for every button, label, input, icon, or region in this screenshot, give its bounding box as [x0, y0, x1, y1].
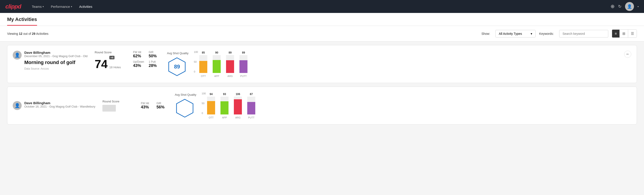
gir-stat: GIR 56% — [156, 102, 168, 110]
quality-score: 89 — [174, 64, 180, 70]
view-toggle-list-detailed[interactable]: ≡ — [612, 30, 620, 38]
bar-app-2: 93 APP — [220, 92, 228, 119]
oneputt-stat: 1 Putt 28% — [148, 60, 160, 68]
score-number: 74 — [94, 58, 108, 70]
updown-value: 43% — [133, 63, 144, 68]
bars-1: 85 OTT 90 APP — [199, 51, 248, 78]
activities-container: 👤 Dave Billingham December 05, 2021 - Go… — [0, 45, 644, 134]
keywords-label: Keywords: — [539, 32, 554, 36]
avg-shot-quality-label: Avg Shot Quality — [175, 93, 196, 96]
bar-putt-2: 87 PUTT — [247, 92, 255, 119]
quality-section-2: Avg Shot Quality 100 50 0 94 — [175, 92, 260, 119]
bar-ott-2: 94 OTT — [207, 92, 215, 119]
score-section-1: Round Score 74 +4 18 Holes — [94, 51, 126, 70]
svg-marker-1 — [176, 99, 193, 117]
card-user-name: Dave Billingham — [24, 51, 88, 54]
updown-stat: Up/Down 43% — [133, 60, 144, 68]
bar-fill-arg — [226, 60, 234, 73]
score-holes: 18 Holes — [109, 66, 121, 69]
avatar: 👤 — [13, 101, 22, 110]
fw-hit-stat: FW Hit 43% — [141, 102, 152, 110]
hexagon-svg-2 — [175, 98, 195, 118]
bar-fill-app — [213, 60, 221, 73]
view-toggle-list-compact[interactable]: ☰ — [628, 30, 637, 38]
hexagon-1: 89 — [167, 57, 187, 77]
gir-label: GIR — [148, 51, 160, 54]
quality-section-1: Avg Shot Quality 89 100 50 0 — [167, 51, 252, 78]
search-input[interactable] — [559, 30, 608, 38]
fw-hit-label: FW Hit — [141, 102, 152, 105]
gir-value: 56% — [156, 105, 168, 110]
card-activity-title[interactable]: Morning round of golf — [24, 60, 88, 65]
bar-fill-ott — [199, 61, 207, 73]
nav-right: ⊕ ↻ 👤 ▾ — [610, 2, 639, 11]
card-data-source: Data Source: Arccos — [24, 67, 88, 70]
filter-bar: Viewing 12 out of 29 Activities Show: Al… — [0, 26, 644, 42]
round-score-label: Round Score — [102, 100, 134, 103]
bar-arg: 89 ARG — [226, 51, 234, 78]
edit-icon[interactable]: ✏ — [624, 51, 631, 58]
nav-item-activities[interactable]: Activities — [79, 5, 92, 8]
fw-hit-value: 43% — [141, 105, 152, 110]
bar-fill-putt-2 — [247, 102, 255, 114]
hexagon-2 — [175, 98, 195, 118]
teams-chevron-icon: ▾ — [42, 5, 44, 8]
bar-chart-1: 100 50 0 85 OTT — [194, 51, 248, 78]
card-meta-2: Dave Billingham October 16, 2021 - Gog M… — [24, 101, 95, 110]
viewing-count-text: Viewing 12 out of 29 Activities — [7, 32, 48, 36]
user-icon: 👤 — [14, 103, 20, 108]
add-icon[interactable]: ⊕ — [610, 4, 614, 9]
fw-hit-label: FW Hit — [133, 51, 144, 54]
avg-shot-quality-label: Avg Shot Quality — [167, 52, 188, 55]
stats-section-1: FW Hit 62% GIR 50% Up/Down 43% 1 Putt 28… — [133, 51, 160, 68]
score-display: 74 +4 18 Holes — [94, 56, 126, 70]
avatar[interactable]: 👤 — [625, 2, 634, 11]
user-icon: 👤 — [14, 52, 20, 58]
score-badge: +4 — [109, 56, 114, 59]
view-toggle-grid[interactable]: ⊞ — [620, 30, 628, 38]
activity-type-chevron-icon: ▾ — [531, 32, 532, 36]
page-header: My Activities — [0, 13, 644, 26]
viewing-total: 29 — [32, 32, 36, 36]
bar-fill-app-2 — [220, 101, 228, 114]
activity-type-value: All Activity Types — [499, 32, 522, 36]
score-placeholder — [102, 105, 116, 112]
bar-arg-2: 106 ARG — [234, 92, 242, 119]
performance-chevron-icon: ▾ — [71, 5, 72, 8]
fw-hit-stat: FW Hit 62% — [133, 51, 144, 58]
bar-app: 90 APP — [213, 51, 221, 78]
view-toggles: ≡ ⊞ ☰ — [612, 30, 637, 38]
bar-fill-ott-2 — [207, 101, 215, 114]
bar-ott: 85 OTT — [199, 51, 207, 78]
card-user-name: Dave Billingham — [24, 101, 95, 105]
viewing-count: 12 — [19, 32, 22, 36]
gir-stat: GIR 50% — [148, 51, 160, 58]
avatar: 👤 — [13, 51, 22, 60]
nav-item-teams[interactable]: Teams ▾ — [32, 5, 44, 8]
nav-item-performance[interactable]: Performance ▾ — [51, 5, 72, 8]
refresh-icon[interactable]: ↻ — [618, 4, 622, 9]
activity-type-dropdown[interactable]: All Activity Types ▾ — [496, 30, 536, 38]
bar-chart-2: 100 50 0 94 OTT 93 — [202, 92, 255, 119]
logo[interactable]: clippd — [5, 3, 21, 10]
fw-hit-value: 62% — [133, 54, 144, 58]
user-chevron-icon: ▾ — [638, 5, 639, 8]
gir-value: 50% — [148, 54, 160, 58]
card-meta-1: Dave Billingham December 05, 2021 - Gog … — [24, 51, 88, 70]
bar-putt: 89 PUTT — [240, 51, 248, 78]
table-row: 👤 Dave Billingham October 16, 2021 - Gog… — [7, 86, 637, 124]
card-date: December 05, 2021 - Gog Magog Golf Club … — [24, 54, 88, 58]
updown-label: Up/Down — [133, 60, 144, 63]
page-title: My Activities — [7, 16, 37, 26]
show-label: Show: — [481, 32, 490, 36]
y-axis-2: 100 50 0 — [202, 92, 206, 119]
table-row: 👤 Dave Billingham December 05, 2021 - Go… — [7, 45, 637, 83]
main-nav: clippd Teams ▾ Performance ▾ Activities … — [0, 0, 644, 13]
score-section-2: Round Score — [102, 100, 134, 112]
y-axis-1: 100 50 0 — [194, 51, 198, 78]
card-left-1: 👤 Dave Billingham December 05, 2021 - Go… — [13, 51, 88, 70]
card-left-2: 👤 Dave Billingham October 16, 2021 - Gog… — [13, 101, 95, 110]
oneputt-label: 1 Putt — [148, 60, 160, 63]
stats-section-2: FW Hit 43% GIR 56% — [141, 102, 168, 110]
card-date: October 16, 2021 - Gog Magog Golf Club -… — [24, 105, 95, 108]
